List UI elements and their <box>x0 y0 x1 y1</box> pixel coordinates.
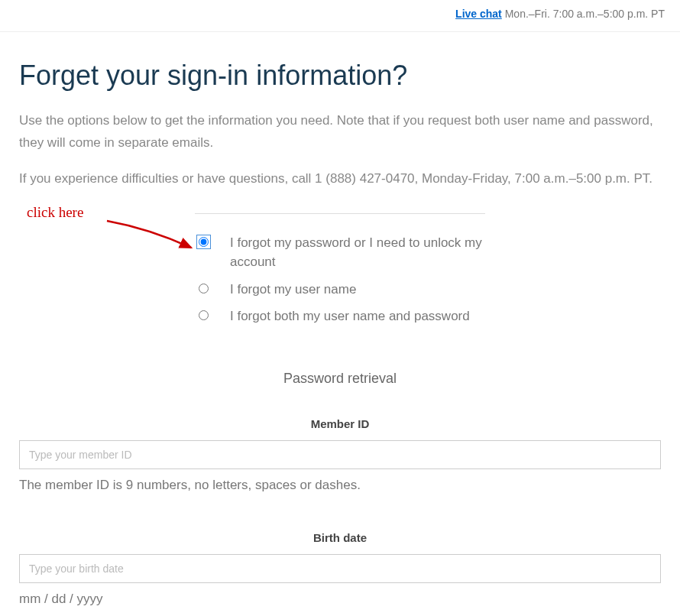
page-title: Forget your sign-in information? <box>19 55 661 96</box>
member-id-input[interactable] <box>19 440 661 469</box>
annotation-label: click here <box>27 202 83 224</box>
birth-date-helper: mm / dd / yyyy <box>19 589 661 609</box>
radio-username-input[interactable] <box>199 284 209 293</box>
annotation-arrow-icon <box>103 217 202 255</box>
radio-password-label: I forgot my password or I need to unlock… <box>230 233 490 272</box>
radio-both-input[interactable] <box>199 310 209 320</box>
birth-date-input[interactable] <box>19 554 661 583</box>
intro-text-2: If you experience difficulties or have q… <box>19 168 661 190</box>
member-id-field-block: Member ID The member ID is 9 numbers, no… <box>19 416 661 495</box>
top-bar: Live chat Mon.–Fri. 7:00 a.m.–5:00 p.m. … <box>0 0 680 32</box>
radio-option-password[interactable]: I forgot my password or I need to unlock… <box>199 233 661 272</box>
intro-text-1: Use the options below to get the informa… <box>19 110 661 154</box>
radio-option-username[interactable]: I forgot my user name <box>199 280 661 300</box>
live-chat-hours: Mon.–Fri. 7:00 a.m.–5:00 p.m. PT <box>502 8 665 20</box>
options-area: click here I forgot my password or I nee… <box>19 213 661 326</box>
divider <box>195 213 485 214</box>
radio-both-label: I forgot both my user name and password <box>230 306 470 326</box>
radio-option-both[interactable]: I forgot both my user name and password <box>199 306 661 326</box>
member-id-label: Member ID <box>19 416 661 433</box>
member-id-helper: The member ID is 9 numbers, no letters, … <box>19 475 661 495</box>
section-title: Password retrieval <box>19 368 661 389</box>
birth-date-label: Birth date <box>19 530 661 547</box>
radio-username-label: I forgot my user name <box>230 280 356 300</box>
birth-date-field-block: Birth date mm / dd / yyyy <box>19 530 661 609</box>
live-chat-link[interactable]: Live chat <box>455 8 502 20</box>
